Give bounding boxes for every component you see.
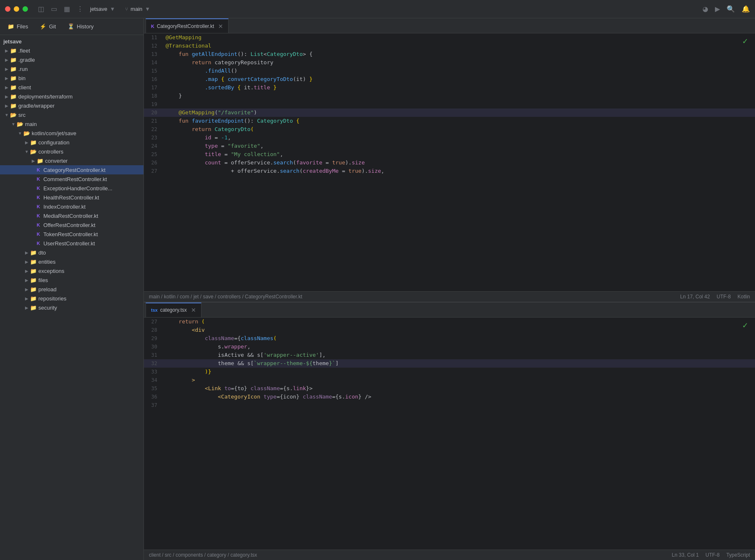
tree-item-exceptions[interactable]: ▶ 📁 exceptions (0, 266, 143, 275)
bottom-code-area[interactable]: 27 return ( 28 <div 29 className={classN… (144, 318, 755, 550)
line-content-15: .findAll() (164, 67, 755, 75)
branch-selector[interactable]: ⑂ main ▼ (125, 6, 150, 12)
line-num-b30: 30 (144, 343, 164, 351)
tree-item-deployments[interactable]: ▶ 📁 deployments/terraform (0, 92, 143, 101)
bottom-tab-close-button[interactable]: ✕ (191, 307, 196, 313)
line-content-b29: className={classNames( (164, 334, 755, 343)
line-content-12: @Transactional (164, 42, 755, 50)
line-content-23: id = -1, (164, 134, 755, 142)
tree-item-gradlewrapper[interactable]: ▶ 📁 gradle/wrapper (0, 101, 143, 110)
git-icon: ⚡ (40, 23, 46, 30)
line-num-b33: 33 (144, 368, 164, 376)
tree-item-CommentRestController-label: CommentRestController.kt (43, 176, 107, 182)
tree-item-main-label: main (25, 121, 37, 127)
bottom-tab-bar: tsx category.tsx ✕ (144, 303, 755, 318)
project-dropdown-icon[interactable]: ▼ (110, 6, 115, 12)
bottom-breadcrumb-text: client / src / components / category / c… (149, 552, 257, 558)
tree-item-UserRestController[interactable]: K UserRestController.kt (0, 239, 143, 248)
tree-item-bin[interactable]: ▶ 📁 bin (0, 73, 143, 83)
tree-item-CommentRestController[interactable]: K CommentRestController.kt (0, 174, 143, 184)
tree-item-controllers[interactable]: ▼ 📂 controllers (0, 147, 143, 156)
code-line-11: 11 @GetMapping (144, 33, 755, 42)
tree-item-fleet[interactable]: ▶ 📁 .fleet (0, 46, 143, 55)
tree-item-configuration[interactable]: ▶ 📁 configuration (0, 138, 143, 147)
code-line-17: 17 .sortedBy { it.title } (144, 83, 755, 92)
line-content-b31: isActive && s['wrapper--active'], (164, 351, 755, 359)
history-icon: ⏳ (68, 23, 74, 30)
folder-icon: 📁 (30, 139, 37, 146)
broadcast-icon[interactable]: ◕ (702, 5, 708, 13)
search-icon[interactable]: 🔍 (727, 5, 735, 13)
tree-item-TokenRestController[interactable]: K TokenRestController.kt (0, 230, 143, 239)
tree-item-src[interactable]: ▼ 📂 src (0, 110, 143, 119)
top-editor-tab-CategoryRestController[interactable]: K CategoryRestController.kt ✕ (146, 18, 229, 33)
grid-icon[interactable]: ⋮ (77, 5, 83, 13)
tree-item-client-label: client (18, 84, 31, 91)
maximize-button[interactable] (23, 6, 28, 12)
file-tree: jetsave ▶ 📁 .fleet ▶ 📁 .gradle ▶ 📁 .run (0, 35, 143, 560)
line-num-17: 17 (144, 83, 164, 92)
run-icon[interactable]: ▶ (715, 5, 720, 13)
notifications-icon[interactable]: 🔔 (742, 5, 750, 13)
sidebar-tab-history[interactable]: ⏳ History (65, 22, 96, 31)
sidebar-tab-files[interactable]: 📁 Files (5, 22, 30, 31)
tree-item-entities[interactable]: ▶ 📁 entities (0, 257, 143, 266)
minimize-button[interactable] (14, 6, 19, 12)
tree-item-OfferRestController[interactable]: K OfferRestController.kt (0, 220, 143, 230)
line-num-b28: 28 (144, 326, 164, 334)
line-content-b33: )} (164, 368, 755, 376)
sidebar-tab-git[interactable]: ⚡ Git (37, 22, 58, 31)
line-content-24: type = "favorite", (164, 142, 755, 150)
kotlin-file-icon: K (37, 186, 40, 191)
tree-item-client[interactable]: ▶ 📁 client (0, 83, 143, 92)
tree-item-HealthRestController[interactable]: K HealthRestController.kt (0, 193, 143, 202)
tree-item-main[interactable]: ▼ 📂 main (0, 119, 143, 129)
line-content-b34: > (164, 376, 755, 384)
tree-item-files[interactable]: ▶ 📁 files (0, 275, 143, 285)
line-num-23: 23 (144, 134, 164, 142)
split-editor-icon[interactable]: ▦ (64, 5, 70, 13)
tree-item-ExceptionHandler[interactable]: K ExceptionHandlerControlle... (0, 184, 143, 193)
sidebar-toggle-icon[interactable]: ◫ (38, 5, 44, 13)
tree-item-security[interactable]: ▶ 📁 security (0, 303, 143, 312)
tree-item-repositories[interactable]: ▶ 📁 repositories (0, 294, 143, 303)
kotlin-file-icon: K (37, 177, 40, 182)
tree-item-HealthRestController-label: HealthRestController.kt (43, 194, 99, 201)
line-content-18: } (164, 92, 755, 100)
code-line-14: 14 return categoryRepository (144, 58, 755, 67)
line-num-b34: 34 (144, 376, 164, 384)
folder-icon: 📁 (37, 158, 43, 164)
code-line-13: 13 fun getAllEndpoint(): List<CategoryDt… (144, 50, 755, 58)
tree-item-MediaRestController[interactable]: K MediaRestController.kt (0, 211, 143, 220)
tree-item-kotlin[interactable]: ▼ 📂 kotlin/com/jet/save (0, 129, 143, 138)
folder-icon: 📁 (10, 103, 17, 109)
tree-item-converter[interactable]: ▶ 📁 converter (0, 156, 143, 165)
code-line-23: 23 id = -1, (144, 134, 755, 142)
kotlin-file-icon: K (37, 204, 40, 209)
bottom-code-line-28: 28 <div (144, 326, 755, 334)
bottom-status-right: Ln 33, Col 1 UTF-8 TypeScript (672, 552, 750, 558)
tree-item-fleet-label: .fleet (18, 48, 30, 54)
tree-item-IndexController-label: IndexController.kt (43, 204, 86, 210)
tree-item-IndexController[interactable]: K IndexController.kt (0, 202, 143, 211)
top-status-right: Ln 17, Col 42 UTF-8 Kotlin (680, 294, 750, 300)
bottom-cursor-position: Ln 33, Col 1 (672, 552, 699, 558)
line-num-14: 14 (144, 58, 164, 67)
line-content-25: title = "My collection", (164, 150, 755, 159)
line-num-b32: 32 (144, 359, 164, 368)
bottom-editor-tab-category[interactable]: tsx category.tsx ✕ (146, 303, 201, 317)
close-button[interactable] (5, 6, 10, 12)
branch-dropdown-icon[interactable]: ▼ (145, 6, 150, 12)
kotlin-file-icon: K (37, 167, 40, 172)
top-code-area[interactable]: 11 @GetMapping 12 @Transactional 13 fun … (144, 33, 755, 291)
tree-item-CategoryRestController[interactable]: K CategoryRestController.kt (0, 165, 143, 174)
top-tab-close-button[interactable]: ✕ (218, 23, 223, 29)
bottom-editor-pane: tsx category.tsx ✕ ✓ 27 return ( 28 (144, 303, 755, 560)
tree-item-gradle[interactable]: ▶ 📁 .gradle (0, 55, 143, 64)
bottom-code-line-34: 34 > (144, 376, 755, 384)
tree-item-preload[interactable]: ▶ 📁 preload (0, 285, 143, 294)
line-content-11: @GetMapping (164, 33, 755, 42)
tree-item-run[interactable]: ▶ 📁 .run (0, 64, 143, 73)
tree-item-dto[interactable]: ▶ 📁 dto (0, 248, 143, 257)
bottom-panel-icon[interactable]: ▭ (51, 5, 57, 13)
